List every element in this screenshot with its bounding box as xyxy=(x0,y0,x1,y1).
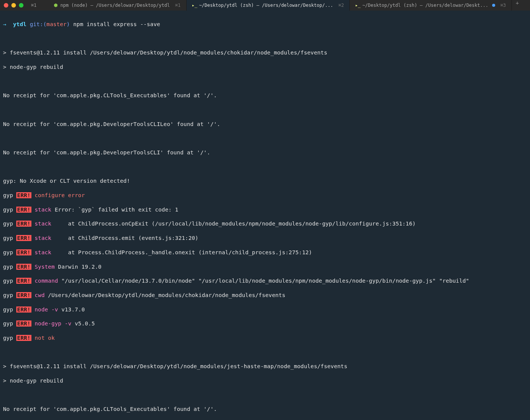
close-button[interactable] xyxy=(4,3,8,8)
gyp-error-line: gyp ERR! stack Error: `gyp` failed with … xyxy=(3,206,527,213)
err-badge: ERR! xyxy=(16,292,31,298)
gyp-error-line: gyp ERR! node -v v13.7.0 xyxy=(3,306,527,313)
err-badge: ERR! xyxy=(16,306,31,313)
err-badge: ERR! xyxy=(16,264,31,270)
output-line: gyp: No Xcode or CLT version detected! xyxy=(3,177,527,185)
output-line xyxy=(3,35,527,42)
command-text: npm install express --save xyxy=(73,21,161,27)
git-branch: master xyxy=(47,21,67,27)
prompt-line: → ytdl git:(master) npm install express … xyxy=(3,21,527,28)
output-line xyxy=(3,135,527,142)
new-tab-button[interactable]: + xyxy=(512,0,522,11)
tab-title: npm (node) — /Users/delowar/Desktop/ytdl xyxy=(60,3,170,8)
gyp-error-line: gyp ERR! not ok xyxy=(3,334,527,342)
tab-1[interactable]: ⬢ npm (node) — /Users/delowar/Desktop/yt… xyxy=(48,0,186,11)
traffic-lights xyxy=(4,3,23,8)
output-line: > fsevents@1.2.11 install /Users/delowar… xyxy=(3,363,527,370)
output-line: > node-gyp rebuild xyxy=(3,64,527,71)
gyp-error-line: gyp ERR! stack at ChildProcess.emit (eve… xyxy=(3,235,527,242)
output-line xyxy=(3,163,527,171)
tab-title: ~/Desktop/ytdl (zsh) — /Users/delowar/De… xyxy=(362,3,488,8)
output-line xyxy=(3,349,527,356)
tabs: ⬢ npm (node) — /Users/delowar/Desktop/yt… xyxy=(48,0,526,11)
err-badge: ERR! xyxy=(16,192,31,198)
gyp-error-line: gyp ERR! cwd /Users/delowar/Desktop/ytdl… xyxy=(3,292,527,299)
git-label: git: xyxy=(30,21,43,27)
minimize-button[interactable] xyxy=(11,3,16,8)
err-badge: ERR! xyxy=(16,235,31,241)
tab-shortcut: ⌘2 xyxy=(338,3,344,8)
gyp-error-line: gyp ERR! stack at ChildProcess.onCpExit … xyxy=(3,220,527,227)
output-line xyxy=(3,392,527,399)
err-badge: ERR! xyxy=(16,221,31,227)
output-line: No receipt for 'com.apple.pkg.CLTools_Ex… xyxy=(3,406,527,413)
gyp-error-line: gyp ERR! node-gyp -v v5.0.5 xyxy=(3,320,527,327)
output-line xyxy=(3,106,527,114)
terminal-icon: ▸_ xyxy=(192,3,197,8)
activity-dot-icon xyxy=(492,4,495,7)
output-line: No receipt for 'com.apple.pkg.DeveloperT… xyxy=(3,121,527,128)
output-line: No receipt for 'com.apple.pkg.CLTools_Ex… xyxy=(3,92,527,99)
prompt-arrow-icon: → xyxy=(3,21,6,27)
gyp-error-line: gyp ERR! System Darwin 19.2.0 xyxy=(3,263,527,271)
tab-shortcut: ⌘1 xyxy=(175,3,180,8)
window-shortcut: ⌘1 xyxy=(31,3,36,8)
output-line: > node-gyp rebuild xyxy=(3,377,527,384)
gyp-error-line: gyp ERR! configure error xyxy=(3,192,527,199)
terminal-output[interactable]: → ytdl git:(master) npm install express … xyxy=(0,11,530,420)
err-badge: ERR! xyxy=(16,320,31,327)
gyp-error-line: gyp ERR! command "/usr/local/Cellar/node… xyxy=(3,277,527,285)
gyp-error-line: gyp ERR! stack at Process.ChildProcess._… xyxy=(3,249,527,256)
node-icon: ⬢ xyxy=(53,3,58,8)
output-line: > fsevents@1.2.11 install /Users/delowar… xyxy=(3,49,527,56)
err-badge: ERR! xyxy=(16,207,31,213)
err-badge: ERR! xyxy=(16,335,31,341)
titlebar: ⌘1 ⬢ npm (node) — /Users/delowar/Desktop… xyxy=(0,0,530,11)
tab-title: ~/Desktop/ytdl (zsh) — /Users/delowar/De… xyxy=(199,3,333,8)
err-badge: ERR! xyxy=(16,278,31,284)
err-badge: ERR! xyxy=(16,249,31,255)
output-line xyxy=(3,78,527,85)
tab-shortcut: ⌘3 xyxy=(500,3,506,8)
tab-3[interactable]: ▸_ ~/Desktop/ytdl (zsh) — /Users/delowar… xyxy=(350,0,512,11)
terminal-icon: ▸_ xyxy=(355,3,360,8)
maximize-button[interactable] xyxy=(19,3,23,8)
output-line: No receipt for 'com.apple.pkg.DeveloperT… xyxy=(3,149,527,156)
tab-2[interactable]: ▸_ ~/Desktop/ytdl (zsh) — /Users/delowar… xyxy=(187,0,350,11)
prompt-path: ytdl xyxy=(13,21,26,27)
